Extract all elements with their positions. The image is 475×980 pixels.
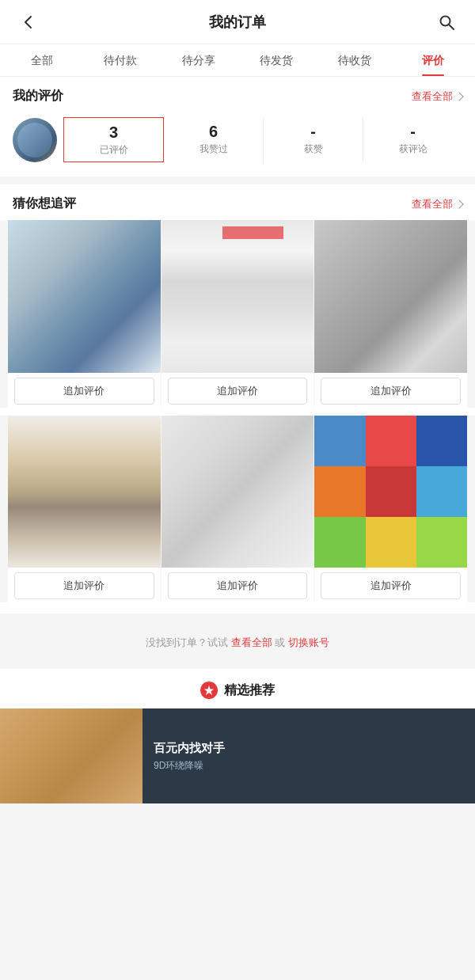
order-tabs: 全部 待付款 待分享 待发货 待收货 评价 xyxy=(0,44,475,77)
product-img-inner-5 xyxy=(162,416,314,568)
featured-products: 百元内找对手 9D环绕降噪 xyxy=(0,708,475,803)
product-img-inner-1 xyxy=(8,220,161,373)
add-review-button-6[interactable]: 追加评价 xyxy=(321,572,461,599)
search-button[interactable] xyxy=(432,8,461,36)
product-image-2 xyxy=(162,220,314,373)
products-grid-row1: 追加评价 追加评价 追加评价 xyxy=(0,220,475,408)
product-cell-6: 追加评价 xyxy=(314,416,467,603)
featured-product-title: 百元内找对手 xyxy=(154,740,464,756)
img-cell-4 xyxy=(314,466,365,517)
img-cell-3 xyxy=(416,416,467,466)
stat-reviewed[interactable]: 3 已评价 xyxy=(63,117,164,162)
tab-pending-ship[interactable]: 待发货 xyxy=(238,44,316,76)
stat-liked[interactable]: 6 我赞过 xyxy=(164,117,264,162)
img-cell-8 xyxy=(366,517,416,568)
stats-items: 3 已评价 6 我赞过 - 获赞 - 获评论 xyxy=(63,117,462,162)
product-cell-2: 追加评价 xyxy=(162,220,314,408)
avatar-inner xyxy=(17,123,52,158)
my-review-section: 我的评价 查看全部 3 已评价 6 我赞过 - 获赞 - 获评论 xyxy=(0,77,475,177)
add-review-button-4[interactable]: 追加评价 xyxy=(14,572,154,599)
switch-account-link[interactable]: 切换账号 xyxy=(288,636,329,648)
add-review-button-1[interactable]: 追加评价 xyxy=(14,378,154,405)
featured-product-info: 百元内找对手 9D环绕降噪 xyxy=(142,708,475,803)
img-cell-9 xyxy=(416,517,467,568)
tab-pending-share[interactable]: 待分享 xyxy=(159,44,238,76)
img-cell-6 xyxy=(416,466,467,517)
avatar xyxy=(13,118,57,162)
tab-pending-receive[interactable]: 待收货 xyxy=(316,44,394,76)
tab-pending-pay[interactable]: 待付款 xyxy=(82,44,160,76)
guess-review-header: 猜你想追评 查看全部 xyxy=(0,184,475,220)
featured-title: 精选推荐 xyxy=(224,682,275,699)
tab-all[interactable]: 全部 xyxy=(3,44,82,76)
chevron-right-icon xyxy=(454,199,463,208)
guess-review-title: 猜你想追评 xyxy=(13,196,76,212)
products-grid-row2: 追加评价 追加评价 追加评价 xyxy=(0,416,475,603)
guess-review-section: 猜你想追评 查看全部 追加评价 追加评价 追加评价 xyxy=(0,184,475,613)
featured-header: 精选推荐 xyxy=(0,669,475,708)
back-button[interactable] xyxy=(14,8,43,36)
product-cell-5: 追加评价 xyxy=(162,416,314,603)
featured-product-sub: 9D环绕降噪 xyxy=(154,759,464,773)
review-stats-row: 3 已评价 6 我赞过 - 获赞 - 获评论 xyxy=(0,112,475,177)
product-image-3 xyxy=(314,220,467,373)
img-cell-1 xyxy=(314,416,365,466)
product-image-6 xyxy=(314,416,467,568)
stat-received-comments[interactable]: - 获评论 xyxy=(363,117,462,162)
img-cell-5 xyxy=(366,466,416,517)
my-review-title: 我的评价 xyxy=(13,88,63,104)
chevron-right-icon xyxy=(454,92,463,101)
product-img-inner-2 xyxy=(162,220,314,373)
product-cell-4: 追加评价 xyxy=(8,416,161,603)
product-img-inner-3 xyxy=(314,220,467,373)
featured-section: 精选推荐 百元内找对手 9D环绕降噪 xyxy=(0,669,475,803)
add-review-button-2[interactable]: 追加评价 xyxy=(168,378,308,405)
product-image-1 xyxy=(8,220,161,373)
product-img-inner-4 xyxy=(8,416,161,568)
img-cell-7 xyxy=(314,517,365,568)
page-title: 我的订单 xyxy=(43,13,432,32)
footer-note: 没找到订单？试试 查看全部 或 切换账号 xyxy=(0,621,475,661)
tab-review[interactable]: 评价 xyxy=(393,44,472,76)
stat-received-likes[interactable]: - 获赞 xyxy=(264,117,363,162)
my-review-see-all[interactable]: 查看全部 xyxy=(412,89,462,104)
product-image-5 xyxy=(162,416,314,568)
product-img-inner-6 xyxy=(314,416,467,568)
featured-icon xyxy=(200,682,218,699)
add-review-button-5[interactable]: 追加评价 xyxy=(168,572,308,599)
my-review-header: 我的评价 查看全部 xyxy=(0,77,475,112)
app-header: 我的订单 xyxy=(0,0,475,44)
see-all-orders-link[interactable]: 查看全部 xyxy=(231,636,272,648)
svg-line-1 xyxy=(449,25,454,29)
guess-review-see-all[interactable]: 查看全部 xyxy=(412,197,462,211)
product-cell-1: 追加评价 xyxy=(8,220,161,408)
add-review-button-3[interactable]: 追加评价 xyxy=(321,378,461,405)
product-image-4 xyxy=(8,416,161,568)
img-cell-2 xyxy=(366,416,416,466)
featured-product-image xyxy=(0,708,142,803)
product-cell-3: 追加评价 xyxy=(314,220,467,408)
